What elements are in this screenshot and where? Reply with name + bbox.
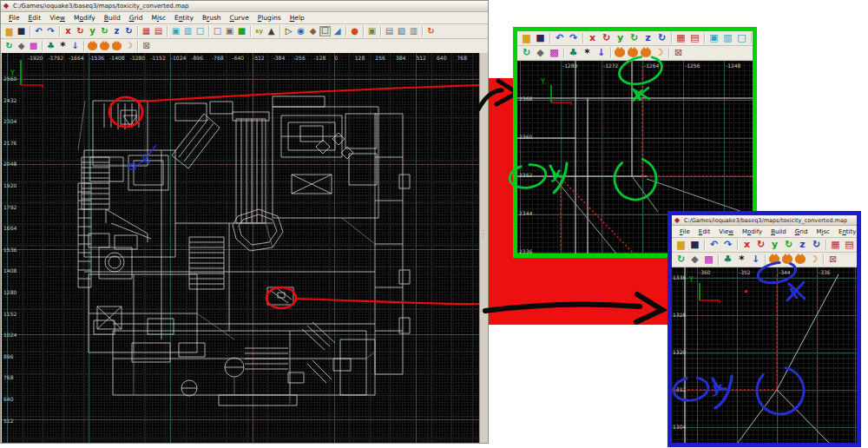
xy-view-icon[interactable]: xy <box>253 26 265 36</box>
texture-purple-icon[interactable]: ▩ <box>702 254 715 266</box>
cat-3-icon[interactable] <box>112 43 122 50</box>
no-clip-icon[interactable]: ⊠ <box>141 41 152 51</box>
arrow-down-icon[interactable]: ↓ <box>69 41 81 51</box>
z-flip-icon[interactable]: z <box>796 240 809 251</box>
arrow-down-icon[interactable]: ↓ <box>749 254 762 266</box>
redo-icon[interactable]: ↷ <box>721 240 734 251</box>
hollow-icon[interactable]: □ <box>735 33 748 44</box>
lock-view-icon[interactable]: ◆ <box>307 26 319 36</box>
x-rotate-icon[interactable]: ↻ <box>75 26 86 36</box>
model-icon[interactable]: ♣ <box>721 254 734 266</box>
y-flip-icon[interactable]: y <box>768 240 781 251</box>
clip-2-icon[interactable]: ▤ <box>843 240 856 251</box>
x-rotate-icon[interactable]: ↻ <box>600 33 613 44</box>
menu-item-brush[interactable]: Brush <box>198 14 226 22</box>
menu-item-view[interactable]: View <box>45 14 69 22</box>
bug-icon[interactable]: * <box>57 41 69 51</box>
reload-shaders-icon[interactable]: ↻ <box>3 41 15 51</box>
menu-item-edit[interactable]: Edit <box>694 228 715 235</box>
menu-item-misc[interactable]: Misc <box>147 14 170 22</box>
menu-item-help[interactable]: Help <box>286 14 309 22</box>
select-complete-icon[interactable]: ▣ <box>170 26 181 36</box>
menu-item-view[interactable]: View <box>714 228 738 235</box>
cat-1-icon[interactable] <box>769 255 779 264</box>
undo-icon[interactable]: ↶ <box>707 240 720 251</box>
menu-item-plugins[interactable]: Plugins <box>253 14 286 22</box>
save-icon[interactable]: ■ <box>534 33 547 44</box>
menu-item-build[interactable]: Build <box>100 14 125 22</box>
hollow-icon[interactable]: □ <box>194 26 206 36</box>
select-touching-icon[interactable]: ▥ <box>182 26 194 36</box>
open-icon[interactable]: ▆ <box>3 26 15 36</box>
select-complete-icon[interactable]: ▣ <box>707 33 720 44</box>
cat-3-icon[interactable] <box>795 255 806 264</box>
cat-2-icon[interactable] <box>628 49 638 57</box>
cat-3-icon[interactable] <box>641 49 651 57</box>
entity-view-icon[interactable]: ▷ <box>283 26 294 36</box>
cube-gray-icon[interactable]: ◆ <box>16 41 27 51</box>
clip-1-icon[interactable]: ▦ <box>141 26 152 36</box>
split-3-icon[interactable]: ▥ <box>408 26 419 36</box>
y-flip-icon[interactable]: y <box>614 33 627 44</box>
model-icon[interactable]: ♣ <box>567 48 580 59</box>
y-flip-icon[interactable]: y <box>87 26 98 36</box>
clip-2-icon[interactable]: ▤ <box>688 33 701 44</box>
cat-1-icon[interactable] <box>88 43 97 50</box>
open-icon[interactable]: ▆ <box>520 33 533 44</box>
cube-1-icon[interactable]: □ <box>212 26 223 36</box>
arrow-down-icon[interactable]: ↓ <box>595 48 608 59</box>
undo-icon[interactable]: ↶ <box>33 26 44 36</box>
bug-icon[interactable]: * <box>581 48 594 59</box>
texture-view-icon[interactable]: ▣ <box>366 26 378 36</box>
redo-icon[interactable]: ↷ <box>45 26 56 36</box>
split-1-icon[interactable]: ▤ <box>384 26 395 36</box>
save-icon[interactable]: ■ <box>688 240 701 251</box>
clip-1-icon[interactable]: ▦ <box>674 33 687 44</box>
bug-icon[interactable]: * <box>735 254 748 266</box>
menu-item-edit[interactable]: Edit <box>24 14 46 22</box>
redo-icon[interactable]: ↷ <box>567 33 580 44</box>
sphere-icon[interactable]: ● <box>349 26 360 36</box>
z-rotate-icon[interactable]: ↻ <box>810 240 823 251</box>
cat-moon-icon[interactable]: ☽ <box>807 254 820 266</box>
z-rotate-icon[interactable]: ↻ <box>123 26 135 36</box>
menu-item-modify[interactable]: Modify <box>69 14 100 22</box>
z-rotate-icon[interactable]: ↻ <box>655 33 668 44</box>
cat-2-icon[interactable] <box>100 43 109 50</box>
cat-2-icon[interactable] <box>782 255 792 264</box>
cube-2-icon[interactable]: ▣ <box>224 26 235 36</box>
camera-view-icon[interactable]: ◉ <box>295 26 306 36</box>
cube-gray-icon[interactable]: ◆ <box>688 254 701 266</box>
x-flip-icon[interactable]: x <box>586 33 599 44</box>
menu-item-modify[interactable]: Modify <box>738 228 766 235</box>
cat-1-icon[interactable] <box>615 49 625 57</box>
cube-3-icon[interactable]: ■ <box>236 26 247 36</box>
menu-item-grid[interactable]: Grid <box>125 14 148 22</box>
y-rotate-icon[interactable]: ↻ <box>628 33 641 44</box>
clip-1-icon[interactable]: ▦ <box>829 240 842 251</box>
title-bar[interactable]: ◆ C:/Games/ioquake3/baseq3/maps/toxicity… <box>1 1 488 12</box>
menu-item-file[interactable]: File <box>675 228 694 235</box>
map-2d-view[interactable]: Y -1920-1792-1664-1536-1408-1280-1152-10… <box>2 53 481 443</box>
menu-item-misc[interactable]: Misc <box>812 228 834 235</box>
z-flip-icon[interactable]: z <box>111 26 122 36</box>
no-clip-icon[interactable]: ⊠ <box>672 48 685 59</box>
split-2-icon[interactable]: ▧ <box>396 26 407 36</box>
reload-shaders-icon[interactable]: ↻ <box>520 48 533 59</box>
z-flip-icon[interactable]: z <box>641 33 654 44</box>
open-icon[interactable]: ▆ <box>674 240 687 251</box>
clip-2-icon[interactable]: ▤ <box>153 26 164 36</box>
menu-item-curve[interactable]: Curve <box>226 14 253 22</box>
menu-item-file[interactable]: File <box>4 14 24 22</box>
menu-item-grid[interactable]: Grid <box>791 228 812 235</box>
save-icon[interactable]: ■ <box>16 26 27 36</box>
model-icon[interactable]: ♣ <box>45 41 56 51</box>
blue-title-bar[interactable]: ◆ C:/Games/ioquake3/baseq3/maps/toxicity… <box>672 215 857 226</box>
cat-moon-icon[interactable]: ☽ <box>123 41 135 51</box>
menu-item-build[interactable]: Build <box>766 228 791 235</box>
undo-icon[interactable]: ↶ <box>553 33 566 44</box>
blue-zoomed-map-view[interactable]: Y -360-352-344-336-328133613281320131213… <box>672 267 857 443</box>
menu-item-entity[interactable]: Entity <box>834 228 857 235</box>
vertical-scrollbar[interactable]: ······ <box>479 53 487 443</box>
x-rotate-icon[interactable]: ↻ <box>754 240 767 251</box>
